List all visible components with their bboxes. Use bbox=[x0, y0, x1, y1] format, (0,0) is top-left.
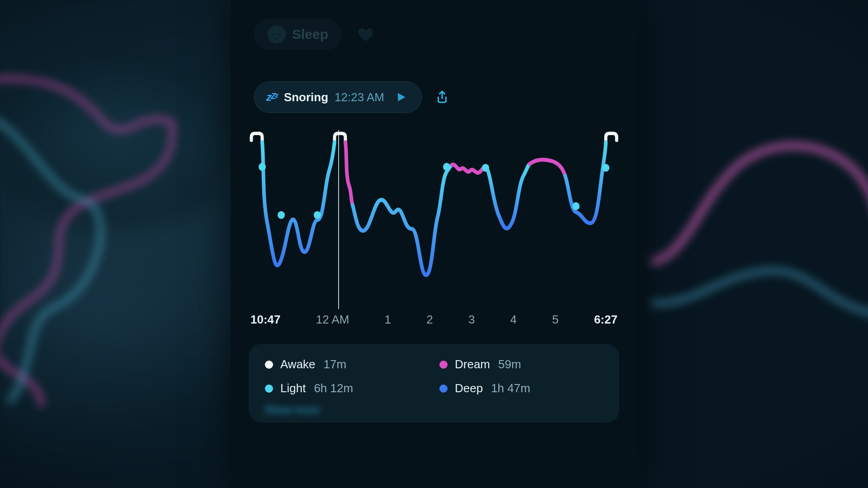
chart-scrubber[interactable] bbox=[338, 130, 339, 309]
heart-icon bbox=[357, 25, 375, 43]
legend-dot-deep bbox=[439, 385, 448, 393]
show-more-link[interactable]: Show more bbox=[265, 404, 320, 416]
xaxis-tick: 12 AM bbox=[316, 313, 349, 327]
legend-value: 6h 12m bbox=[314, 381, 353, 395]
legend-label: Light bbox=[280, 381, 306, 395]
legend-item-awake: Awake 17m bbox=[265, 357, 429, 371]
svg-point-1 bbox=[278, 211, 285, 219]
event-row: zZz Snoring 12:23 AM bbox=[254, 81, 619, 113]
svg-point-3 bbox=[443, 163, 450, 171]
legend-item-light: Light 6h 12m bbox=[265, 381, 429, 395]
legend-value: 59m bbox=[498, 357, 521, 371]
svg-point-6 bbox=[602, 164, 609, 172]
legend-dot-dream bbox=[439, 361, 448, 369]
event-time: 12:23 AM bbox=[335, 90, 384, 104]
legend-label: Deep bbox=[455, 381, 483, 395]
legend-item-dream: Dream 59m bbox=[439, 357, 603, 371]
legend-label: Dream bbox=[455, 357, 490, 371]
snoring-icon: zZz bbox=[266, 91, 278, 103]
legend-value: 17m bbox=[324, 357, 347, 371]
event-label: Snoring bbox=[284, 90, 328, 104]
xaxis-tick: 10:47 bbox=[250, 313, 281, 327]
xaxis-tick: 2 bbox=[426, 313, 433, 327]
xaxis-tick: 3 bbox=[468, 313, 475, 327]
svg-point-0 bbox=[259, 163, 266, 171]
svg-point-5 bbox=[572, 202, 580, 210]
share-button[interactable] bbox=[432, 87, 453, 108]
svg-point-4 bbox=[482, 164, 489, 172]
play-button[interactable] bbox=[393, 88, 410, 106]
play-icon bbox=[394, 91, 407, 103]
event-pill[interactable]: zZz Snoring 12:23 AM bbox=[254, 81, 422, 113]
tab-sleep[interactable]: Sleep bbox=[254, 19, 342, 50]
tab-heart[interactable] bbox=[354, 23, 378, 46]
share-icon bbox=[434, 89, 450, 105]
sleep-face-icon bbox=[268, 25, 286, 43]
legend-card: Awake 17m Dream 59m Light 6h 12m Deep 1h… bbox=[249, 344, 619, 422]
chart-xaxis: 10:47 12 AM 1 2 3 4 5 6:27 bbox=[249, 313, 619, 327]
tab-sleep-label: Sleep bbox=[292, 27, 328, 42]
top-tabs: Sleep bbox=[254, 19, 619, 50]
sleep-chart-svg bbox=[249, 127, 619, 294]
legend-dot-light bbox=[265, 385, 273, 393]
legend-label: Awake bbox=[280, 357, 316, 371]
xaxis-tick: 1 bbox=[385, 313, 391, 327]
svg-point-2 bbox=[314, 211, 321, 219]
legend-dot-awake bbox=[265, 361, 273, 369]
sleep-chart[interactable] bbox=[249, 127, 619, 294]
legend-value: 1h 47m bbox=[491, 381, 530, 395]
xaxis-tick: 6:27 bbox=[594, 313, 618, 327]
sleep-app-card: Sleep zZz Snoring 12:23 AM bbox=[231, 0, 637, 488]
xaxis-tick: 5 bbox=[552, 313, 558, 327]
legend-item-deep: Deep 1h 47m bbox=[439, 381, 603, 395]
xaxis-tick: 4 bbox=[510, 313, 517, 327]
